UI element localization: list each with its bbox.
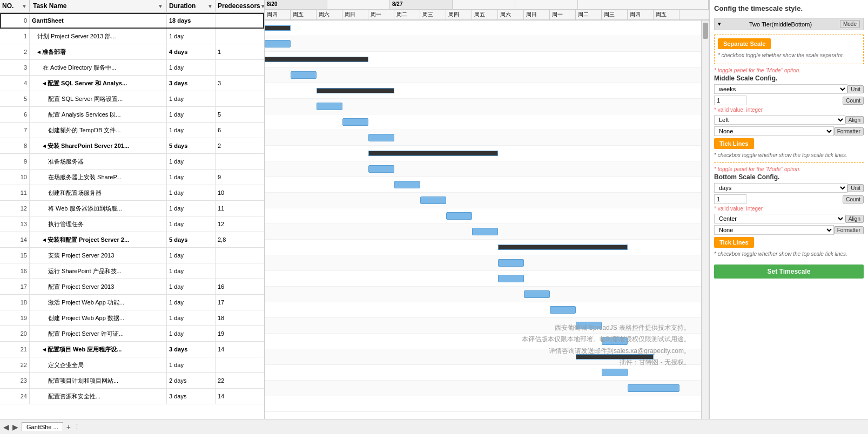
cell-task: 在 Active Directory 服务中... (30, 60, 167, 75)
table-row[interactable]: 14 ◂ 安装和配置 Project Server 2... 5 days 2,… (0, 232, 264, 248)
middle-formatter-badge: Formatter (834, 127, 864, 135)
gantt-bar[interactable] (317, 103, 342, 110)
cell-pred: 2,8 (216, 232, 264, 247)
table-row[interactable]: 23 配置项目计划和项目网站... 2 days 22 (0, 373, 264, 389)
chart-header: 8/20 8/27 周四周五周六周日周一周二周三周四周五周六周日周一周二周三周四… (265, 0, 709, 21)
nav-left-icon[interactable]: ◀ (3, 423, 9, 431)
table-row[interactable]: 11 创建和配置场服务器 1 day 10 (0, 185, 264, 201)
cell-task: 安装 Project Server 2013 (30, 248, 167, 263)
table-row[interactable]: 18 激活 Project Web App 功能... 1 day 17 (0, 295, 264, 310)
bottom-count-input[interactable] (714, 194, 746, 204)
cell-task: 配置 Analysis Services 以... (30, 107, 167, 122)
gantt-bar[interactable] (498, 259, 524, 267)
tab-ganttsheet[interactable]: GanttShe ... (22, 422, 63, 431)
vertical-scrollbar[interactable] (701, 21, 709, 419)
table-row[interactable]: 10 在场服务器上安装 ShareP... 1 day 9 (0, 169, 264, 185)
gantt-bar[interactable] (576, 322, 602, 329)
table-row[interactable]: 3 在 Active Directory 服务中... 1 day (0, 60, 264, 76)
gantt-bar[interactable] (550, 306, 576, 314)
cell-pred: 5 (216, 107, 264, 122)
add-tab-icon[interactable]: + (66, 423, 71, 431)
middle-scale-section: Middle Scale Config. weeks days months U… (714, 74, 864, 158)
set-timescale-button[interactable]: Set Timescale (714, 265, 864, 279)
middle-count-input[interactable] (714, 96, 746, 105)
gantt-bar[interactable] (368, 134, 394, 141)
separate-scale-button[interactable]: Separate Scale (718, 38, 771, 49)
gantt-bar[interactable] (498, 245, 628, 250)
table-row[interactable]: 15 安装 Project Server 2013 1 day (0, 248, 264, 263)
bottom-unit-select[interactable]: days weeks months (714, 183, 847, 193)
table-row[interactable]: 17 配置 Project Server 2013 1 day 16 (0, 279, 264, 295)
toggle-note-2: * toggle panel for the "Mode" option. (714, 166, 864, 172)
mode-section-header: ▾ Two Tier(middleBottom) Mode (714, 18, 864, 30)
table-row[interactable]: 2 ◂ 准备部署 4 days 1 (0, 44, 264, 60)
middle-count-note: * valid value: integer (714, 107, 864, 113)
table-row[interactable]: 16 运行 SharePoint 产品和技... 1 day (0, 263, 264, 279)
table-row[interactable]: 0 GanttSheet 18 days (0, 13, 264, 29)
bottom-scale-title: Bottom Scale Config. (714, 173, 864, 181)
gantt-bar[interactable] (420, 196, 446, 204)
table-row[interactable]: 24 配置资源和安全性... 3 days 14 (0, 389, 264, 404)
cell-task: ◂ 安装 SharePoint Server 201... (30, 138, 167, 153)
bottom-align-select[interactable]: Center Left Right (714, 214, 845, 223)
tick-lines-1-button[interactable]: Tick Lines (714, 138, 754, 149)
cell-no: 7 (0, 123, 30, 138)
middle-unit-row: weeks days months Unit (714, 84, 864, 94)
table-row[interactable]: 8 ◂ 安装 SharePoint Server 201... 5 days 2 (0, 138, 264, 154)
table-row[interactable]: 4 ◂ 配置 SQL Server 和 Analys... 3 days 3 (0, 76, 264, 91)
middle-formatter-select[interactable]: None (714, 126, 834, 136)
cell-no: 18 (0, 295, 30, 310)
table-row[interactable]: 19 创建 Project Web App 数据... 1 day 18 (0, 310, 264, 326)
gantt-bar[interactable] (602, 369, 628, 376)
gantt-bar[interactable] (265, 40, 291, 48)
header-task-filter[interactable]: ▼ (158, 3, 163, 9)
gantt-bar[interactable] (498, 275, 524, 282)
middle-align-row: Left Center Right Align (714, 115, 864, 125)
header-no-filter[interactable]: ▼ (22, 3, 27, 9)
header-pred: Predecessors ▼ (216, 0, 264, 12)
cell-duration: 1 day (167, 185, 216, 200)
table-row[interactable]: 13 执行管理任务 1 day 12 (0, 216, 264, 232)
header-duration-filter[interactable]: ▼ (207, 3, 213, 9)
chevron-down-icon: ▾ (718, 21, 721, 28)
table-row[interactable]: 6 配置 Analysis Services 以... 1 day 5 (0, 107, 264, 123)
gantt-bar[interactable] (265, 57, 368, 62)
cell-duration: 1 day (167, 123, 216, 138)
table-row[interactable]: 1 计划 Project Server 2013 部... 1 day (0, 29, 264, 44)
table-row[interactable]: 20 配置 Project Server 许可证... 1 day 19 (0, 326, 264, 342)
gantt-bar[interactable] (342, 118, 368, 126)
chart-header-dates: 8/20 8/27 (265, 0, 709, 10)
table-row[interactable]: 9 准备场服务器 1 day (0, 154, 264, 169)
table-row[interactable]: 7 创建额外的 TempDB 文件... 1 day 6 (0, 123, 264, 138)
separate-scale-section: Separate Scale * checkbox toggle whether… (714, 35, 864, 64)
chart-day-cell: 周一 (550, 10, 576, 19)
gantt-bar[interactable] (317, 88, 394, 93)
chart-row (265, 114, 701, 130)
chart-day-cell: 周日 (524, 10, 550, 19)
gantt-bar[interactable] (265, 25, 291, 31)
middle-align-select[interactable]: Left Center Right (714, 115, 845, 125)
gantt-bar[interactable] (602, 337, 628, 345)
table-row[interactable]: 21 ◂ 配置项目 Web 应用程序设... 3 days 14 (0, 342, 264, 357)
bottom-formatter-select[interactable]: None (714, 225, 834, 235)
table-row[interactable]: 12 将 Web 服务器添加到场服... 1 day 11 (0, 201, 264, 216)
toggle-note-1: * toggle panel for the "Mode" option. (714, 67, 864, 73)
tab-options-icon[interactable]: ⋮ (74, 423, 80, 430)
table-row[interactable]: 5 配置 SQL Server 网络设置... 1 day (0, 91, 264, 107)
gantt-bar[interactable] (628, 384, 679, 392)
header-no: NO. ▼ (0, 0, 30, 12)
scroll-thumb[interactable] (703, 23, 708, 39)
gantt-bar[interactable] (472, 228, 498, 235)
nav-right-icon[interactable]: ▶ (12, 423, 18, 431)
middle-unit-select[interactable]: weeks days months (714, 84, 847, 94)
gantt-bar[interactable] (446, 212, 472, 220)
gantt-bar[interactable] (524, 290, 550, 298)
gantt-bar[interactable] (368, 165, 394, 173)
gantt-bar[interactable] (368, 151, 498, 156)
gantt-bar[interactable] (394, 181, 420, 188)
table-row[interactable]: 22 定义企业全局 1 day (0, 357, 264, 373)
gantt-bar[interactable] (576, 354, 654, 360)
gantt-bar[interactable] (291, 71, 317, 79)
chart-row (265, 287, 701, 302)
tick-lines-2-button[interactable]: Tick Lines (714, 237, 754, 248)
